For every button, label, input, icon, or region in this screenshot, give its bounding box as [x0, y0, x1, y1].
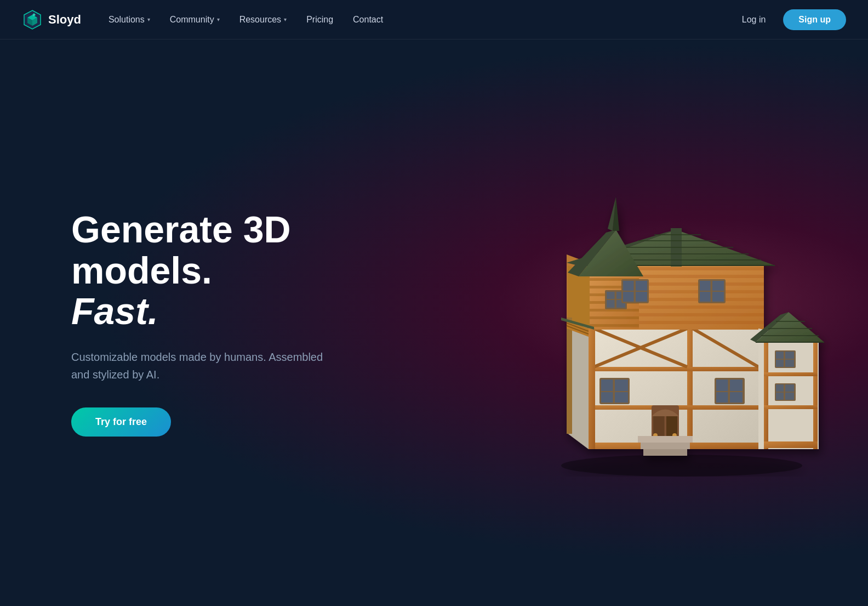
svg-rect-103	[567, 318, 572, 434]
svg-rect-52	[764, 339, 768, 449]
logo-text: Sloyd	[48, 13, 81, 27]
nav-item-contact[interactable]: Contact	[345, 10, 391, 29]
nav-item-solutions[interactable]: Solutions ▾	[101, 10, 158, 29]
hero-title: Generate 3D models. Fast.	[71, 209, 373, 332]
hero-3d-model	[528, 169, 835, 477]
svg-rect-53	[813, 339, 818, 449]
svg-rect-39	[590, 316, 639, 319]
svg-rect-99	[643, 449, 687, 456]
logo-link[interactable]: Sloyd	[22, 9, 81, 30]
nav-item-pricing[interactable]: Pricing	[299, 10, 341, 29]
svg-rect-7	[589, 367, 764, 371]
building-svg	[528, 169, 835, 477]
svg-rect-100	[641, 443, 690, 449]
chevron-down-icon: ▾	[284, 16, 287, 22]
nav-left: Sloyd Solutions ▾ Community ▾ Resources …	[22, 9, 391, 30]
navbar: Sloyd Solutions ▾ Community ▾ Resources …	[0, 0, 868, 39]
chevron-down-icon: ▾	[147, 16, 150, 22]
try-for-free-button[interactable]: Try for free	[71, 407, 171, 437]
hero-content: Generate 3D models. Fast. Customizable m…	[0, 209, 373, 437]
nav-right: Log in Sign up	[733, 9, 846, 30]
hero-section: Generate 3D models. Fast. Customizable m…	[0, 39, 868, 606]
svg-rect-101	[638, 436, 693, 443]
signup-button[interactable]: Sign up	[783, 9, 846, 30]
nav-item-community[interactable]: Community ▾	[162, 10, 227, 29]
svg-point-1	[561, 455, 802, 477]
logo-icon	[22, 9, 43, 30]
nav-item-resources[interactable]: Resources ▾	[232, 10, 294, 29]
chevron-down-icon: ▾	[217, 16, 220, 22]
svg-rect-5	[687, 329, 693, 449]
nav-links: Solutions ▾ Community ▾ Resources ▾ Pric…	[101, 10, 391, 29]
svg-rect-102	[589, 329, 595, 449]
svg-rect-54	[764, 372, 818, 376]
login-button[interactable]: Log in	[733, 10, 775, 29]
svg-rect-56	[764, 441, 818, 448]
svg-rect-40	[590, 324, 639, 327]
svg-rect-55	[764, 405, 818, 409]
hero-subtitle: Customizable models made by humans. Asse…	[71, 348, 334, 383]
